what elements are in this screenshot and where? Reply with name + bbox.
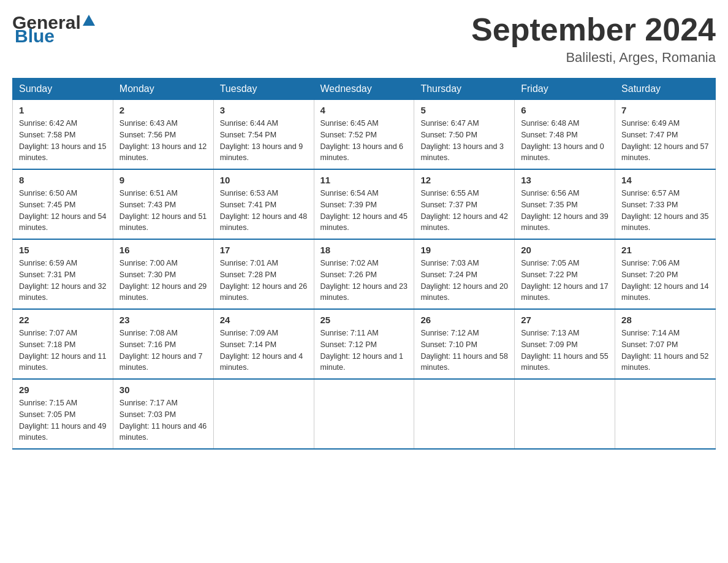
calendar-cell: 4Sunrise: 6:45 AMSunset: 7:52 PMDaylight…	[314, 100, 414, 170]
weekday-header-row: SundayMondayTuesdayWednesdayThursdayFrid…	[13, 79, 716, 100]
calendar-cell: 9Sunrise: 6:51 AMSunset: 7:43 PMDaylight…	[113, 169, 213, 239]
calendar-cell: 11Sunrise: 6:54 AMSunset: 7:39 PMDayligh…	[314, 169, 414, 239]
day-number: 23	[119, 315, 207, 325]
calendar-cell	[414, 379, 515, 449]
day-info: Sunrise: 7:02 AMSunset: 7:26 PMDaylight:…	[320, 258, 408, 304]
day-info: Sunrise: 7:08 AMSunset: 7:16 PMDaylight:…	[119, 327, 207, 373]
day-number: 27	[521, 315, 609, 325]
calendar-cell	[213, 379, 314, 449]
day-number: 3	[220, 105, 308, 115]
calendar-week-row: 22Sunrise: 7:07 AMSunset: 7:18 PMDayligh…	[13, 309, 716, 379]
day-number: 29	[19, 385, 107, 395]
calendar-cell: 5Sunrise: 6:47 AMSunset: 7:50 PMDaylight…	[414, 100, 515, 170]
day-info: Sunrise: 6:43 AMSunset: 7:56 PMDaylight:…	[119, 118, 207, 164]
day-info: Sunrise: 7:05 AMSunset: 7:22 PMDaylight:…	[521, 258, 609, 304]
day-info: Sunrise: 6:49 AMSunset: 7:47 PMDaylight:…	[621, 118, 709, 164]
day-number: 30	[119, 385, 207, 395]
calendar-cell: 14Sunrise: 6:57 AMSunset: 7:33 PMDayligh…	[615, 169, 716, 239]
calendar-week-row: 15Sunrise: 6:59 AMSunset: 7:31 PMDayligh…	[13, 239, 716, 309]
calendar-cell: 8Sunrise: 6:50 AMSunset: 7:45 PMDaylight…	[13, 169, 113, 239]
day-number: 18	[320, 245, 408, 255]
day-number: 20	[521, 245, 609, 255]
day-info: Sunrise: 7:01 AMSunset: 7:28 PMDaylight:…	[220, 258, 308, 304]
day-number: 25	[320, 315, 408, 325]
calendar-week-row: 29Sunrise: 7:15 AMSunset: 7:05 PMDayligh…	[13, 379, 716, 449]
day-info: Sunrise: 7:14 AMSunset: 7:07 PMDaylight:…	[621, 327, 709, 373]
logo: General Blue	[12, 12, 95, 47]
day-number: 17	[220, 245, 308, 255]
day-number: 9	[119, 175, 207, 185]
day-number: 22	[19, 315, 107, 325]
day-info: Sunrise: 6:50 AMSunset: 7:45 PMDaylight:…	[19, 188, 107, 234]
calendar-cell: 23Sunrise: 7:08 AMSunset: 7:16 PMDayligh…	[113, 309, 213, 379]
day-number: 24	[220, 315, 308, 325]
calendar-cell: 26Sunrise: 7:12 AMSunset: 7:10 PMDayligh…	[414, 309, 515, 379]
calendar-cell: 28Sunrise: 7:14 AMSunset: 7:07 PMDayligh…	[615, 309, 716, 379]
calendar-cell	[615, 379, 716, 449]
calendar-cell: 6Sunrise: 6:48 AMSunset: 7:48 PMDaylight…	[515, 100, 615, 170]
weekday-header-wednesday: Wednesday	[314, 79, 414, 100]
calendar-cell: 20Sunrise: 7:05 AMSunset: 7:22 PMDayligh…	[515, 239, 615, 309]
calendar-week-row: 8Sunrise: 6:50 AMSunset: 7:45 PMDaylight…	[13, 169, 716, 239]
weekday-header-friday: Friday	[515, 79, 615, 100]
calendar-cell: 17Sunrise: 7:01 AMSunset: 7:28 PMDayligh…	[213, 239, 314, 309]
day-info: Sunrise: 6:51 AMSunset: 7:43 PMDaylight:…	[119, 188, 207, 234]
calendar-table: SundayMondayTuesdayWednesdayThursdayFrid…	[12, 78, 716, 450]
day-info: Sunrise: 6:48 AMSunset: 7:48 PMDaylight:…	[521, 118, 609, 164]
day-info: Sunrise: 7:09 AMSunset: 7:14 PMDaylight:…	[220, 327, 308, 373]
logo-blue-text: Blue	[12, 26, 95, 47]
day-number: 19	[420, 245, 508, 255]
day-info: Sunrise: 7:13 AMSunset: 7:09 PMDaylight:…	[521, 327, 609, 373]
day-number: 28	[621, 315, 709, 325]
calendar-cell: 15Sunrise: 6:59 AMSunset: 7:31 PMDayligh…	[13, 239, 113, 309]
weekday-header-thursday: Thursday	[414, 79, 515, 100]
calendar-cell: 29Sunrise: 7:15 AMSunset: 7:05 PMDayligh…	[13, 379, 113, 449]
calendar-cell: 19Sunrise: 7:03 AMSunset: 7:24 PMDayligh…	[414, 239, 515, 309]
day-info: Sunrise: 7:15 AMSunset: 7:05 PMDaylight:…	[19, 397, 107, 443]
calendar-cell	[515, 379, 615, 449]
day-number: 2	[119, 105, 207, 115]
day-info: Sunrise: 6:55 AMSunset: 7:37 PMDaylight:…	[420, 188, 508, 234]
calendar-cell: 22Sunrise: 7:07 AMSunset: 7:18 PMDayligh…	[13, 309, 113, 379]
day-number: 1	[19, 105, 107, 115]
calendar-cell: 2Sunrise: 6:43 AMSunset: 7:56 PMDaylight…	[113, 100, 213, 170]
day-number: 11	[320, 175, 408, 185]
location-text: Balilesti, Arges, Romania	[471, 50, 716, 66]
calendar-cell: 12Sunrise: 6:55 AMSunset: 7:37 PMDayligh…	[414, 169, 515, 239]
day-number: 7	[621, 105, 709, 115]
calendar-cell: 3Sunrise: 6:44 AMSunset: 7:54 PMDaylight…	[213, 100, 314, 170]
day-number: 16	[119, 245, 207, 255]
day-number: 8	[19, 175, 107, 185]
day-number: 6	[521, 105, 609, 115]
day-number: 26	[420, 315, 508, 325]
calendar-cell: 10Sunrise: 6:53 AMSunset: 7:41 PMDayligh…	[213, 169, 314, 239]
day-info: Sunrise: 6:57 AMSunset: 7:33 PMDaylight:…	[621, 188, 709, 234]
day-number: 15	[19, 245, 107, 255]
day-number: 5	[420, 105, 508, 115]
weekday-header-monday: Monday	[113, 79, 213, 100]
weekday-header-saturday: Saturday	[615, 79, 716, 100]
calendar-cell: 21Sunrise: 7:06 AMSunset: 7:20 PMDayligh…	[615, 239, 716, 309]
day-number: 14	[621, 175, 709, 185]
day-info: Sunrise: 7:00 AMSunset: 7:30 PMDaylight:…	[119, 258, 207, 304]
calendar-cell: 16Sunrise: 7:00 AMSunset: 7:30 PMDayligh…	[113, 239, 213, 309]
calendar-cell: 13Sunrise: 6:56 AMSunset: 7:35 PMDayligh…	[515, 169, 615, 239]
day-info: Sunrise: 7:06 AMSunset: 7:20 PMDaylight:…	[621, 258, 709, 304]
day-info: Sunrise: 6:53 AMSunset: 7:41 PMDaylight:…	[220, 188, 308, 234]
day-info: Sunrise: 6:59 AMSunset: 7:31 PMDaylight:…	[19, 258, 107, 304]
day-number: 21	[621, 245, 709, 255]
calendar-cell: 24Sunrise: 7:09 AMSunset: 7:14 PMDayligh…	[213, 309, 314, 379]
calendar-cell: 30Sunrise: 7:17 AMSunset: 7:03 PMDayligh…	[113, 379, 213, 449]
day-info: Sunrise: 7:11 AMSunset: 7:12 PMDaylight:…	[320, 327, 408, 373]
calendar-cell: 25Sunrise: 7:11 AMSunset: 7:12 PMDayligh…	[314, 309, 414, 379]
weekday-header-tuesday: Tuesday	[213, 79, 314, 100]
day-info: Sunrise: 7:07 AMSunset: 7:18 PMDaylight:…	[19, 327, 107, 373]
day-info: Sunrise: 6:42 AMSunset: 7:58 PMDaylight:…	[19, 118, 107, 164]
calendar-cell	[314, 379, 414, 449]
day-info: Sunrise: 6:44 AMSunset: 7:54 PMDaylight:…	[220, 118, 308, 164]
calendar-cell: 27Sunrise: 7:13 AMSunset: 7:09 PMDayligh…	[515, 309, 615, 379]
day-number: 13	[521, 175, 609, 185]
calendar-week-row: 1Sunrise: 6:42 AMSunset: 7:58 PMDaylight…	[13, 100, 716, 170]
day-number: 10	[220, 175, 308, 185]
day-number: 4	[320, 105, 408, 115]
